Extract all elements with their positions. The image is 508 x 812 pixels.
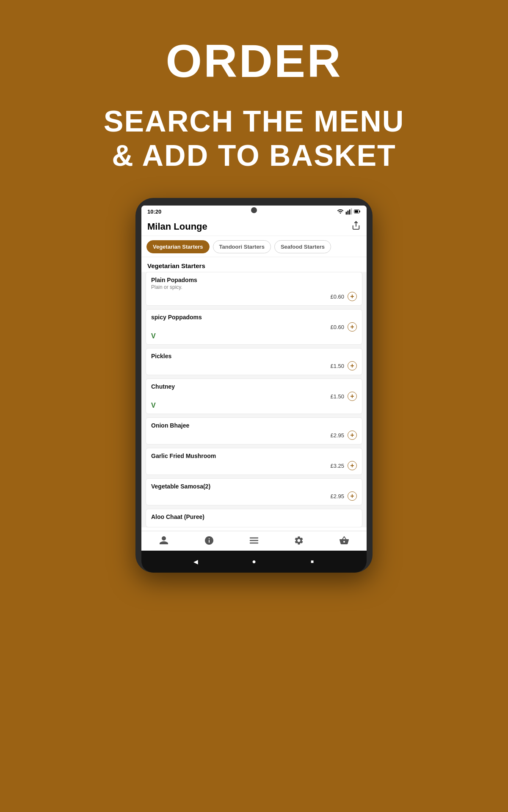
add-item-button[interactable]: + xyxy=(348,392,357,401)
item-name: Chutney xyxy=(151,383,175,390)
menu-item: Pickles £1.50 + xyxy=(146,348,362,375)
item-price: £2.95 xyxy=(330,493,344,499)
app-header-title: Milan Lounge xyxy=(147,221,207,232)
nav-profile[interactable] xyxy=(159,535,169,546)
tab-vegetarian-starters[interactable]: Vegetarian Starters xyxy=(146,240,210,253)
veg-icon: V xyxy=(151,332,357,340)
menu-item: Vegetable Samosa(2) £2.95 + xyxy=(146,478,362,505)
item-desc: Plain or spicy. xyxy=(151,284,197,290)
android-back[interactable]: ◀ xyxy=(192,557,200,566)
nav-settings[interactable] xyxy=(294,535,304,546)
wifi-icon xyxy=(337,208,344,215)
signal-icon xyxy=(345,208,352,215)
item-name: spicy Poppadoms xyxy=(151,314,202,321)
menu-item: spicy Poppadoms £0.60 + V xyxy=(146,309,362,345)
section-header: Vegetarian Starters xyxy=(141,257,367,272)
svg-rect-1 xyxy=(348,211,349,214)
bottom-nav xyxy=(141,531,367,551)
add-item-button[interactable]: + xyxy=(348,431,357,440)
app-header: Milan Lounge xyxy=(141,217,367,236)
nav-basket[interactable] xyxy=(339,535,349,546)
item-price: £0.60 xyxy=(330,294,344,300)
nav-info[interactable] xyxy=(204,535,214,546)
nav-menu[interactable] xyxy=(249,535,259,546)
item-name: Garlic Fried Mushroom xyxy=(151,453,216,459)
tab-seafood-starters[interactable]: Seafood Starters xyxy=(274,240,331,253)
add-item-button[interactable]: + xyxy=(348,292,357,301)
veg-icon: V xyxy=(151,402,357,409)
android-nav-bar: ◀ ● ■ xyxy=(141,551,367,573)
share-icon[interactable] xyxy=(351,221,361,232)
menu-item: Aloo Chaat (Puree) xyxy=(146,509,362,527)
android-recent[interactable]: ■ xyxy=(308,557,316,566)
item-name: Plain Popadoms xyxy=(151,277,197,283)
phone-camera xyxy=(251,207,257,213)
svg-rect-0 xyxy=(346,212,347,215)
add-item-button[interactable]: + xyxy=(348,361,357,370)
item-price: £2.95 xyxy=(330,432,344,439)
android-home[interactable]: ● xyxy=(250,557,258,566)
item-price: £1.50 xyxy=(330,393,344,400)
page-subtitle: SEARCH THE MENU& ADD TO BASKET xyxy=(104,104,405,173)
item-price: £1.50 xyxy=(330,363,344,369)
item-name: Pickles xyxy=(151,353,171,359)
add-item-button[interactable]: + xyxy=(348,461,357,470)
phone-screen: 10:20 Milan Lounge Vegetarian Starters T… xyxy=(141,206,367,551)
svg-rect-3 xyxy=(351,208,352,215)
menu-list: Plain Popadoms Plain or spicy. £0.60 + s… xyxy=(141,272,367,527)
menu-item: Plain Popadoms Plain or spicy. £0.60 + xyxy=(146,272,362,306)
menu-item: Chutney £1.50 + V xyxy=(146,379,362,414)
item-name: Aloo Chaat (Puree) xyxy=(151,513,204,520)
category-tabs: Vegetarian Starters Tandoori Starters Se… xyxy=(141,236,367,257)
menu-item: Onion Bhajee £2.95 + xyxy=(146,417,362,444)
add-item-button[interactable]: + xyxy=(348,322,357,332)
item-name: Onion Bhajee xyxy=(151,422,189,429)
item-price: £0.60 xyxy=(330,324,344,330)
status-time: 10:20 xyxy=(147,208,161,215)
tab-tandoori-starters[interactable]: Tandoori Starters xyxy=(213,240,271,253)
menu-item: Garlic Fried Mushroom £3.25 + xyxy=(146,448,362,475)
status-icons xyxy=(337,208,361,215)
page-title: ORDER xyxy=(166,34,342,88)
item-price: £3.25 xyxy=(330,463,344,469)
battery-icon xyxy=(354,208,361,215)
svg-rect-5 xyxy=(355,210,358,212)
item-name: Vegetable Samosa(2) xyxy=(151,483,210,490)
svg-rect-2 xyxy=(349,209,351,214)
svg-rect-6 xyxy=(359,211,360,212)
phone-shell: 10:20 Milan Lounge Vegetarian Starters T… xyxy=(135,198,373,573)
add-item-button[interactable]: + xyxy=(348,491,357,501)
